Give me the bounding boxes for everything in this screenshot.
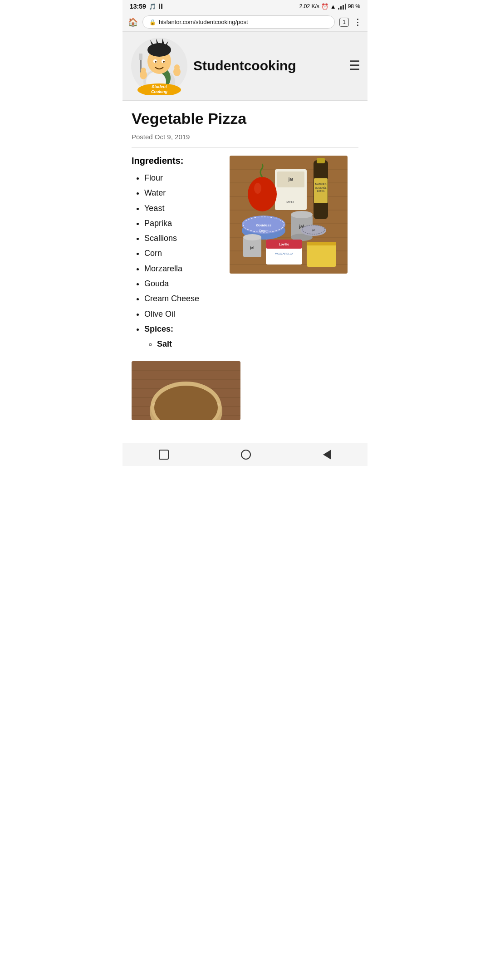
address-bar: 🏠 🔒 hisfantor.com/studentcooking/post 1 … [122, 13, 368, 32]
url-text: hisfantor.com/studentcooking/post [159, 19, 248, 25]
svg-point-17 [174, 64, 180, 70]
status-left: 13:59 🎵 [130, 3, 162, 10]
bottom-nav[interactable] [122, 443, 368, 466]
svg-text:EXTRA: EXTRA [317, 190, 325, 192]
spices-list: Salt [144, 337, 222, 352]
status-bar: 13:59 🎵 2.02 K/s ⏰ ▲ 98 % [122, 0, 368, 13]
list-item: Gouda [144, 276, 222, 291]
site-header-left: Student Cooking Studentcooking [130, 36, 296, 95]
site-header: Student Cooking Studentcooking ☰ [122, 32, 368, 101]
tab-count[interactable]: 1 [339, 18, 349, 27]
svg-text:ja!: ja! [250, 245, 254, 250]
svg-text:Lovilio: Lovilio [279, 243, 289, 246]
status-time: 13:59 [130, 3, 146, 10]
list-item: Salt [157, 337, 222, 352]
svg-point-12 [155, 61, 157, 63]
list-item: Scallions [144, 231, 222, 246]
bottom-image-container [132, 361, 358, 420]
status-right: 2.02 K/s ⏰ ▲ 98 % [299, 3, 360, 10]
list-item: Cream Cheese [144, 291, 222, 306]
svg-point-5 [147, 43, 171, 57]
site-title: Studentcooking [193, 58, 296, 74]
svg-point-43 [254, 183, 261, 194]
svg-point-63 [243, 234, 261, 240]
ingredients-section: Ingredients: Flour Water Yeast Paprika S… [132, 156, 358, 352]
list-item: Corn [144, 246, 222, 261]
svg-rect-15 [139, 54, 142, 60]
hamburger-menu-icon[interactable]: ☰ [349, 59, 360, 72]
svg-text:OLIVENÖL: OLIVENÖL [315, 186, 326, 189]
list-item: Paprika [144, 216, 222, 231]
network-speed: 2.02 K/s [299, 3, 319, 10]
wifi-icon: ▲ [330, 3, 336, 10]
list-item: Water [144, 186, 222, 201]
pause-icon [159, 4, 162, 9]
food-image-container: NATIVES OLIVENÖL EXTRA ja! MEHL [230, 156, 358, 274]
svg-point-13 [163, 61, 165, 63]
ingredients-list-col: Ingredients: Flour Water Yeast Paprika S… [132, 156, 222, 352]
lock-icon: 🔒 [149, 19, 156, 25]
svg-text:Goddess: Goddess [256, 223, 272, 227]
svg-point-19 [141, 68, 146, 73]
home-icon[interactable]: 🏠 [128, 17, 138, 27]
main-content: Vegetable Pizza Posted Oct 9, 2019 Ingre… [122, 101, 368, 429]
bottom-photo [132, 361, 240, 420]
alarm-icon: ⏰ [321, 3, 328, 10]
url-box[interactable]: 🔒 hisfantor.com/studentcooking/post [142, 15, 335, 29]
list-item: Yeast [144, 201, 222, 216]
svg-text:NATIVES: NATIVES [315, 183, 326, 186]
signal-icon [338, 3, 346, 10]
ingredients-photo: NATIVES OLIVENÖL EXTRA ja! MEHL [230, 156, 348, 274]
svg-rect-61 [307, 242, 336, 245]
svg-text:MEHL: MEHL [286, 201, 295, 204]
spices-item: Spices: Salt [144, 322, 222, 352]
post-title: Vegetable Pizza [132, 110, 358, 127]
svg-text:MOZZARELLA: MOZZARELLA [275, 252, 293, 255]
post-date: Posted Oct 9, 2019 [132, 133, 358, 147]
svg-text:Cream: Cream [259, 229, 268, 232]
spotify-icon: 🎵 [149, 3, 156, 10]
back-nav-icon[interactable] [323, 450, 331, 460]
svg-text:ja!: ja! [288, 177, 294, 181]
home-nav-icon[interactable] [241, 450, 251, 460]
svg-point-42 [248, 177, 277, 211]
svg-text:Student: Student [152, 84, 167, 89]
list-item: Olive Oil [144, 307, 222, 322]
ingredients-list: Flour Water Yeast Paprika Scallions Corn… [132, 171, 222, 352]
site-logo[interactable]: Student Cooking [130, 36, 189, 95]
svg-rect-60 [307, 242, 336, 267]
svg-rect-33 [317, 158, 325, 163]
svg-text:Cooking: Cooking [151, 89, 167, 94]
svg-point-50 [291, 211, 313, 218]
battery-text: 98 % [348, 3, 360, 10]
ingredients-heading: Ingredients: [132, 156, 222, 166]
svg-text:ja!: ja! [312, 229, 315, 231]
list-item: Flour [144, 171, 222, 186]
square-nav-icon[interactable] [159, 450, 169, 460]
list-item: Morzarella [144, 261, 222, 276]
browser-menu-icon[interactable]: ⋮ [353, 17, 362, 27]
